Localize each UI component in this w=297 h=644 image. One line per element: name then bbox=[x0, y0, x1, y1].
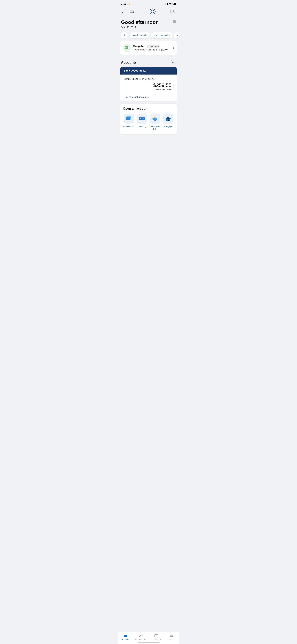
mortgage-option[interactable]: Mortgage bbox=[162, 114, 174, 130]
svg-rect-32 bbox=[143, 118, 144, 119]
chase-logo bbox=[149, 8, 156, 15]
savings-option[interactable]: $ Savings & CDs bbox=[149, 114, 161, 130]
svg-point-16 bbox=[173, 10, 174, 12]
bank-accounts-header: Bank accounts (1) bbox=[120, 67, 177, 74]
deposit-checks-button[interactable]: Deposit checks bbox=[151, 32, 173, 38]
svg-rect-47 bbox=[167, 119, 167, 120]
action-buttons: + Send | Zelle® Deposit checks Pay bills bbox=[118, 30, 179, 41]
chat-icon[interactable] bbox=[121, 9, 127, 14]
signal-icon bbox=[165, 3, 168, 5]
svg-rect-48 bbox=[169, 119, 170, 120]
svg-rect-31 bbox=[140, 119, 142, 119]
svg-rect-20 bbox=[125, 47, 126, 48]
svg-point-2 bbox=[124, 11, 125, 11]
greeting-date: June 10, 2024 bbox=[121, 26, 176, 28]
bank-accounts-card: Bank accounts (1) CHASE SECURE BANKING ＼… bbox=[120, 67, 177, 101]
add-card-icon[interactable] bbox=[129, 9, 135, 14]
header-left bbox=[121, 9, 135, 14]
account-options: Credit cards Checking bbox=[123, 114, 174, 130]
svg-rect-11 bbox=[151, 10, 152, 11]
account-name: CHASE SECURE BANKING ＼ bbox=[123, 78, 174, 80]
svg-text:$: $ bbox=[126, 47, 127, 48]
svg-rect-49 bbox=[168, 120, 168, 121]
profile-icon[interactable] bbox=[170, 9, 176, 14]
status-icons: 54 bbox=[165, 2, 176, 5]
greeting-title: Good afternoon bbox=[121, 19, 176, 25]
status-time: 2:16 🌙 bbox=[121, 2, 130, 6]
greeting-section: Good afternoon June 10, 2024 bbox=[118, 17, 179, 30]
svg-rect-15 bbox=[152, 11, 153, 12]
snapshot-icon: $ bbox=[123, 44, 131, 52]
snapshot-content: Snapshot 30 sec read Your money in this … bbox=[133, 45, 171, 51]
accounts-section-header: Accounts ⋯ bbox=[118, 57, 179, 67]
app-header bbox=[118, 7, 179, 17]
checking-icon bbox=[137, 114, 147, 124]
credit-cards-option[interactable]: Credit cards bbox=[123, 114, 135, 130]
svg-point-40 bbox=[156, 118, 157, 119]
checking-option[interactable]: Checking bbox=[136, 114, 148, 130]
account-balance-row: $259.55 Available balance bbox=[123, 82, 174, 90]
wifi-icon bbox=[169, 2, 172, 5]
open-account-title: Open an account bbox=[123, 107, 174, 110]
mortgage-label: Mortgage bbox=[164, 125, 173, 128]
accounts-menu-button[interactable]: ⋯ bbox=[171, 60, 176, 65]
svg-rect-27 bbox=[127, 117, 131, 118]
account-row[interactable]: CHASE SECURE BANKING ＼ $259.55 Available… bbox=[120, 74, 177, 93]
svg-rect-30 bbox=[140, 118, 141, 119]
svg-rect-12 bbox=[153, 10, 154, 11]
snapshot-card[interactable]: $ Snapshot 30 sec read Your money in thi… bbox=[120, 41, 177, 55]
battery-icon: 54 bbox=[173, 3, 176, 5]
savings-label: Savings & CDs bbox=[149, 125, 161, 130]
bank-accounts-title: Bank accounts (1) bbox=[123, 69, 174, 72]
balance-divider bbox=[173, 84, 174, 89]
svg-rect-14 bbox=[153, 12, 154, 13]
mortgage-icon bbox=[163, 114, 173, 124]
svg-point-41 bbox=[156, 119, 156, 119]
credit-cards-label: Credit cards bbox=[123, 125, 134, 128]
svg-marker-43 bbox=[166, 116, 171, 118]
notification-dot[interactable] bbox=[173, 20, 176, 24]
link-external-button[interactable]: Link external accounts › bbox=[120, 93, 177, 101]
pay-bills-button[interactable]: Pay bills bbox=[174, 32, 179, 38]
account-balance: $259.55 bbox=[153, 82, 171, 88]
checking-label: Checking bbox=[138, 125, 146, 128]
svg-text:$: $ bbox=[154, 117, 155, 118]
savings-icon: $ bbox=[150, 114, 160, 124]
link-external-text: Link external accounts bbox=[123, 96, 148, 98]
balance-label: Available balance bbox=[153, 88, 171, 90]
snapshot-title: Snapshot 30 sec read bbox=[133, 45, 171, 48]
svg-point-1 bbox=[124, 11, 124, 11]
svg-point-42 bbox=[154, 119, 155, 120]
send-zelle-button[interactable]: Send | Zelle® bbox=[129, 32, 149, 38]
credit-card-icon bbox=[124, 114, 134, 124]
svg-point-0 bbox=[123, 11, 123, 11]
open-account-section: Open an account Credit cards bbox=[120, 104, 177, 134]
svg-rect-13 bbox=[151, 12, 152, 13]
link-external-arrow-icon: › bbox=[173, 96, 174, 98]
snapshot-badge: 30 sec read bbox=[147, 45, 160, 48]
accounts-title: Accounts bbox=[121, 60, 137, 64]
status-bar: 2:16 🌙 54 bbox=[118, 0, 179, 7]
snapshot-arrow-icon: › bbox=[173, 46, 174, 50]
snapshot-description: Your money in this month is $1,940. bbox=[133, 48, 171, 51]
add-button[interactable]: + bbox=[121, 32, 128, 38]
